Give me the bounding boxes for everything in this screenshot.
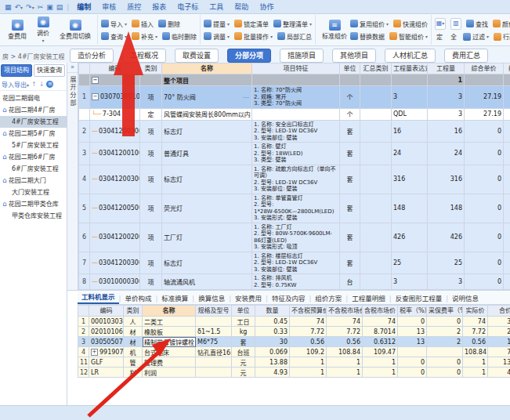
cell-quantity[interactable]: 24	[428, 143, 465, 165]
cell-name[interactable]: 标志灯	[162, 120, 252, 143]
cell-category[interactable]: 项	[140, 86, 162, 109]
cell-unit-price[interactable]: 27.19	[465, 86, 504, 109]
cell-actual-price[interactable]: 7.72	[463, 327, 488, 337]
cell-unit[interactable]: kg	[232, 327, 255, 337]
cell-spec[interactable]: M6*75	[196, 337, 232, 347]
cell-quantity[interactable]: 3	[428, 108, 465, 120]
cell-qty-expression[interactable]: 316	[392, 165, 428, 194]
cell-tax-rate[interactable]: 0	[398, 357, 427, 368]
cell-code[interactable]: GLF	[89, 357, 124, 368]
cell-code[interactable]: —030412003001	[90, 120, 140, 143]
cell-code[interactable]: —030412003002	[90, 165, 140, 194]
cell-taxed-price[interactable]: 1	[363, 357, 398, 368]
breadcrumb[interactable]: 房 > 4#厂房安装工程 ◎	[2, 52, 67, 60]
cell-name[interactable]: 精制带母镀锌螺栓	[143, 337, 196, 347]
cell-total[interactable]: 13.88	[488, 357, 510, 368]
collapse-box-icon[interactable]: −	[92, 93, 99, 100]
cell-quantity[interactable]: 3	[428, 86, 465, 109]
resource-tab-工料机显示[interactable]: 工料机显示	[78, 291, 119, 304]
cell-actual-price[interactable]: 74	[463, 317, 488, 327]
cell-category[interactable]	[140, 74, 162, 86]
cell-budget-price[interactable]: 0.56	[290, 337, 327, 347]
cell-features[interactable]	[252, 108, 340, 120]
unlock-icon[interactable]: ▥	[450, 18, 461, 30]
cell-qty-expression[interactable]	[392, 74, 428, 86]
cell-actual-price[interactable]: 108.84	[463, 347, 488, 357]
cell-unit[interactable]: 套	[340, 290, 360, 291]
cell-quantity[interactable]: 30	[255, 337, 290, 347]
cell-name[interactable]: 二类工	[143, 317, 196, 327]
sidebar-item-花园二期甲类仓库[interactable]: ⌂花园二期甲类仓库	[0, 198, 67, 210]
cell-qty-expression[interactable]: 426	[392, 223, 428, 252]
cell-total-price[interactable]	[504, 223, 510, 252]
cell-features[interactable]: 1. 名称: 工厂灯2. 型号: 80W-5700K-9600LM-86灯罩(L…	[252, 223, 340, 252]
cell-summary-type[interactable]	[360, 74, 392, 86]
cell-category[interactable]: 项	[140, 274, 162, 290]
toolbar-button-智能组价[interactable]: 智能组价▾	[389, 31, 428, 42]
tab-分部分项[interactable]: 分部分项	[227, 49, 271, 63]
import-export-button[interactable]: 导入导出▾	[2, 80, 29, 89]
cell-name[interactable]: 轴流通风机	[162, 274, 252, 290]
sidebar-item-花园二期4#厂房[interactable]: ⌂花园二期4#厂房	[0, 104, 67, 116]
redo-icon[interactable]: ↷▾	[26, 3, 34, 11]
cell-features[interactable]: 1. 名称: 楼层标志灯2. 型号: LED-1W DC36V3. 安装部位: …	[252, 252, 340, 274]
cell-quantity[interactable]: 13.88	[255, 357, 290, 368]
cell-unit[interactable]	[340, 74, 360, 86]
expand-sections-label[interactable]: 展开分部	[68, 76, 77, 107]
cell-quantity[interactable]: 0.45	[255, 317, 290, 327]
sidebar-item-5#厂房安装工程[interactable]: 5#厂房安装工程	[0, 139, 67, 151]
boq-row[interactable]: 6—030412002001项工厂灯1. 名称: 工厂灯2. 型号: 80W-5…	[79, 223, 510, 252]
toolbar-button-插入[interactable]: 插入	[132, 18, 154, 29]
cell-summary-type[interactable]	[360, 143, 392, 165]
cell-qty-expression[interactable]: 148	[392, 194, 428, 223]
cell-spec[interactable]	[196, 357, 232, 368]
resource-row[interactable]: 12LR利利润元4.931110014.93	[78, 368, 510, 378]
cell-unit[interactable]: 个	[340, 86, 360, 109]
cell-name[interactable]: 荧光灯	[162, 194, 252, 223]
menu-报表[interactable]: 报表	[146, 2, 172, 12]
cell-budget-price[interactable]: 1	[290, 368, 327, 378]
toolbar-button-查找[interactable]: 查找	[466, 18, 488, 29]
sidebar-item-花园二期大门[interactable]: ⌂花园二期大门	[0, 175, 67, 186]
boq-row[interactable]: 3—030412001001项普通灯具1. 名称: 壁灯2. 型号: 18W(L…	[79, 143, 510, 165]
standard-pricing-button[interactable]: ≡ 标准组价	[319, 20, 350, 40]
cell-quantity[interactable]: 426	[428, 223, 465, 252]
cell-budget-price[interactable]: 7.72	[290, 327, 327, 337]
cell-code[interactable]: —030412003003	[90, 252, 140, 274]
toolbar-button-查询[interactable]: 查询▾	[101, 31, 127, 42]
cell-category[interactable]: 项	[140, 194, 162, 223]
resource-tab-反查图形工程量[interactable]: 反查图形工程量	[392, 293, 447, 304]
cell-category[interactable]: 项	[140, 120, 162, 143]
lock-button[interactable]: 定	[435, 32, 444, 41]
boq-row[interactable]: −整个项目1	[79, 74, 510, 86]
cell-budget-price[interactable]: 1	[290, 357, 327, 368]
cell-quantity[interactable]: 28	[428, 290, 465, 291]
cell-category[interactable]: 材	[124, 337, 143, 347]
cell-total-price[interactable]	[504, 165, 510, 194]
cell-qty-expression[interactable]: 3	[392, 274, 428, 290]
cell-name[interactable]: 整个项目	[162, 74, 252, 86]
tab-其他项目[interactable]: 其他项目	[332, 49, 376, 63]
sidebar-tab-quick-search[interactable]: 快速查询	[34, 64, 65, 77]
toolbar-button-行高[interactable]: 行高▾	[494, 31, 510, 42]
cell-category[interactable]: 项	[140, 165, 162, 194]
cell-tax-rate[interactable]	[398, 347, 427, 357]
cell-total[interactable]: 2.55	[488, 327, 510, 337]
cell-category[interactable]: 项	[140, 143, 162, 165]
cell-total[interactable]: 16.8	[488, 337, 510, 347]
toolbar-button-提量[interactable]: 提量▾	[204, 18, 230, 29]
cell-name[interactable]: 风管蝶阀安装周长800mm以内	[162, 108, 252, 120]
cell-quantity[interactable]: 1	[428, 74, 465, 86]
boq-row[interactable]: 5—030412005001项荧光灯1. 名称: 单管直管灯2. 型号:1*28…	[79, 194, 510, 223]
cell-unit[interactable]: 元	[232, 357, 255, 368]
cell-name[interactable]: 利润	[143, 368, 196, 378]
cell-category[interactable]: 机	[124, 347, 143, 357]
boq-row[interactable]: 1−030703001001项70° 防火阀…1. 名称: 70°防火阀2. 规…	[79, 86, 510, 109]
cell-summary-type[interactable]	[360, 252, 392, 274]
cell-name[interactable]: 标志灯	[162, 290, 252, 291]
cell-category[interactable]: 利	[124, 368, 143, 378]
resource-tab-换算信息[interactable]: 换算信息	[194, 293, 229, 304]
cell-total-price[interactable]	[504, 274, 510, 290]
cell-tax-rate[interactable]: 0	[398, 317, 427, 327]
cell-tax-rate[interactable]: 13	[398, 337, 427, 347]
